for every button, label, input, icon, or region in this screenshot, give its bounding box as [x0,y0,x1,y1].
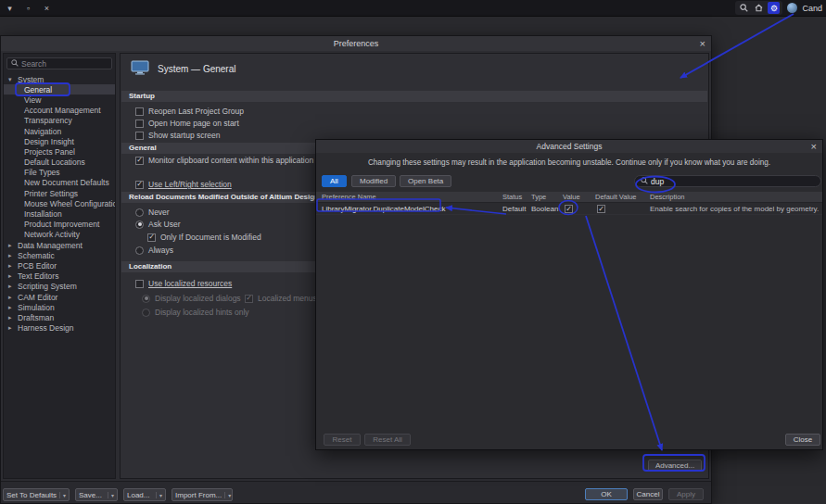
radio-icon [135,220,144,229]
radio-display-localized-hints-only[interactable]: Display localized hints only [142,308,249,317]
sidebar-item-label: Mouse Wheel Configuration [24,199,115,208]
cancel-button[interactable]: Cancel [633,488,663,500]
load-button[interactable]: Load...▾ [123,488,166,501]
sidebar-item-label: View [24,95,41,105]
sidebar-item-printer-settings[interactable]: Printer Settings [4,188,115,198]
sidebar-item-file-types[interactable]: File Types [4,168,115,178]
column-header-status[interactable]: Status [502,192,522,203]
table-row[interactable]: LibraryMigrator.DuplicateModelCheck Defa… [316,203,822,215]
button-label: Set To Defaults [6,491,57,499]
sidebar-search-input[interactable]: Search [6,57,112,69]
checkbox-localized-menus[interactable]: ✓Localized menus [245,294,317,303]
column-header-preference-name[interactable]: Preference Name [322,192,376,203]
chevron-collapsed-icon: ▸ [8,283,15,290]
checkbox-monitor-clipboard[interactable]: ✓Monitor clipboard content within this a… [135,156,330,165]
advanced-search-input[interactable]: dup [634,175,821,187]
dropdown-icon[interactable]: ▾ [156,492,162,498]
reset-button[interactable]: Reset [324,434,361,446]
default-value-checkbox[interactable]: ✓ [597,205,605,213]
panel-icon[interactable]: ▫ [22,2,34,14]
sidebar-item-default-locations[interactable]: Default Locations [4,158,115,168]
dropdown-icon[interactable]: ▾ [59,492,66,498]
topbar-icon-group: ⚙ [735,1,782,15]
sidebar-item-installation[interactable]: Installation [4,208,115,219]
sidebar-item-text-editors[interactable]: ▸Text Editors [4,271,115,282]
gear-icon[interactable]: ⚙ [768,2,780,14]
sidebar-item-label: Design Insight [24,137,74,146]
sidebar-item-account-management[interactable]: Account Management [4,106,115,116]
close-icon[interactable]: × [811,140,817,153]
sidebar-item-design-insight[interactable]: Design Insight [4,136,115,146]
user-name[interactable]: Cand [802,4,822,13]
tab-open-beta[interactable]: Open Beta [400,175,451,187]
ok-button[interactable]: OK [585,488,628,500]
checkbox-show-startup-screen[interactable]: Show startup screen [135,131,220,140]
sidebar-item-scripting-system[interactable]: ▸Scripting System [4,282,115,292]
radio-display-localized-dialogs[interactable]: Display localized dialogs [142,294,241,303]
option-label: Show startup screen [148,131,220,140]
sidebar-item-cam-editor[interactable]: ▸CAM Editor [4,292,115,302]
close-button[interactable]: Close [785,434,820,446]
sidebar-item-pcb-editor[interactable]: ▸PCB Editor [4,260,115,271]
home-icon[interactable] [753,2,765,14]
checkbox-icon [135,280,144,288]
radio-ask-user[interactable]: Ask User [135,220,180,229]
preference-name-cell: LibraryMigrator.DuplicateModelCheck [322,203,445,215]
sidebar-item-harness-design[interactable]: ▸Harness Design [4,323,115,334]
checkbox-use-localized-resources[interactable]: Use localized resources [135,279,232,288]
column-header-type[interactable]: Type [531,192,546,203]
sidebar-item-new-document-defaults[interactable]: New Document Defaults [4,178,115,188]
tab-modified[interactable]: Modified [351,175,396,187]
checkbox-only-if-document-modified[interactable]: ✓Only If Document is Modified [147,233,261,242]
apply-button[interactable]: Apply [668,488,704,500]
dropdown-icon[interactable]: ▾ [108,492,114,498]
column-header-value[interactable]: Value [563,192,580,203]
tab-all[interactable]: All [322,175,347,187]
column-header-description[interactable]: Description [650,192,685,203]
import-from-button[interactable]: Import From...▾ [172,488,233,501]
sidebar-item-view[interactable]: View [4,94,115,105]
dialog-title: Preferences [334,39,379,48]
save-button[interactable]: Save...▾ [75,488,118,501]
section-header-startup: Startup [121,91,707,102]
sidebar-item-label: Network Activity [24,230,80,239]
value-checkbox[interactable]: ✓ [565,205,573,213]
column-header-default-value[interactable]: Default Value [595,192,636,203]
checkbox-use-left-right-selection[interactable]: ✓Use Left/Right selection [135,180,232,189]
check-icon: ✓ [136,157,143,164]
sidebar-item-label: File Types [24,168,60,177]
sidebar-item-schematic[interactable]: ▸Schematic [4,250,115,260]
sidebar-item-product-improvement[interactable]: Product Improvement [4,220,115,230]
close-panel-icon[interactable]: × [41,2,53,14]
sidebar-item-label: Scripting System [18,282,77,291]
close-icon[interactable]: × [700,36,705,51]
sidebar-item-transparency[interactable]: Transparency [4,116,115,126]
sidebar-item-label: Projects Panel [24,147,75,157]
monitor-icon [131,60,149,77]
checkbox-icon [135,132,144,140]
dropdown-icon[interactable]: ▾ [224,492,231,498]
sidebar-item-projects-panel[interactable]: Projects Panel [4,146,115,157]
option-label: Localized menus [258,294,317,303]
sidebar-item-data-management[interactable]: ▸Data Management [4,240,115,250]
radio-always[interactable]: Always [135,246,173,255]
checkbox-open-home-page-on-start[interactable]: Open Home page on start [135,119,239,128]
avatar[interactable] [787,3,797,13]
sidebar-item-simulation[interactable]: ▸Simulation [4,302,115,312]
sidebar-item-network-activity[interactable]: Network Activity [4,230,115,240]
checkbox-reopen-last-project-group[interactable]: Reopen Last Project Group [135,107,244,116]
checkbox-icon: ✓ [147,233,156,242]
caret-down-icon[interactable]: ▾ [4,2,16,14]
advanced-button[interactable]: Advanced... [648,460,702,472]
button-label: Apply [677,490,695,498]
set-to-defaults-button[interactable]: Set To Defaults▾ [3,488,70,501]
button-label: Import From... [175,491,222,499]
search-icon[interactable] [738,2,750,14]
sidebar-item-general[interactable]: General [4,84,115,94]
sidebar-item-system[interactable]: ▾System [4,74,115,84]
sidebar-item-navigation[interactable]: Navigation [4,126,115,136]
sidebar-item-draftsman[interactable]: ▸Draftsman [4,312,115,322]
reset-all-button[interactable]: Reset All [364,434,411,446]
radio-never[interactable]: Never [135,208,170,217]
sidebar-item-mouse-wheel-configuration[interactable]: Mouse Wheel Configuration [4,198,115,208]
